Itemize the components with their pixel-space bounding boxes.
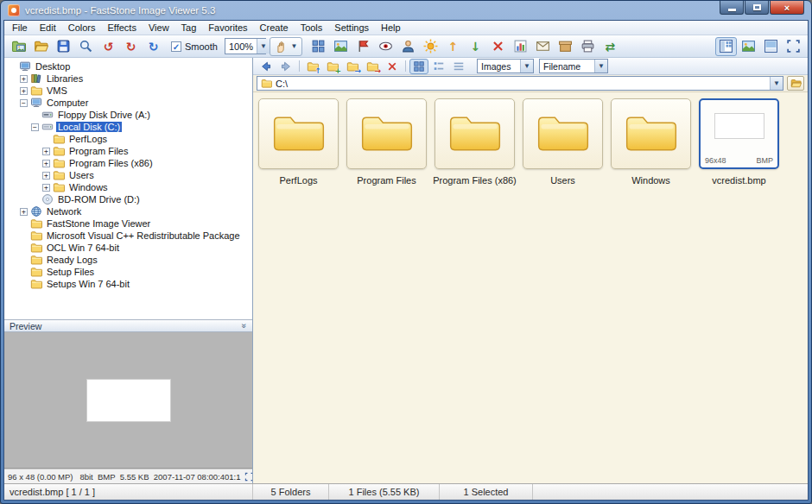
tree-item-vms[interactable]: +VMS bbox=[5, 85, 252, 97]
effects-button[interactable] bbox=[420, 37, 441, 56]
layout-pane-button[interactable] bbox=[760, 37, 782, 56]
print-button[interactable] bbox=[577, 37, 599, 56]
expand-expander-icon[interactable]: + bbox=[42, 184, 50, 192]
histogram-button[interactable] bbox=[510, 37, 531, 56]
save-as-button[interactable] bbox=[53, 37, 74, 56]
contacts-button[interactable] bbox=[397, 37, 419, 56]
tree-item-floppy-disk-drive-a[interactable]: +Floppy Disk Drive (A:) bbox=[5, 109, 252, 121]
browse-button[interactable] bbox=[8, 37, 29, 56]
copy-to-folder-button[interactable]: → bbox=[343, 59, 362, 74]
view-thumbnails-button[interactable] bbox=[409, 59, 428, 74]
menu-colors[interactable]: Colors bbox=[62, 21, 102, 35]
expand-expander-icon[interactable]: + bbox=[42, 160, 50, 167]
red-eye-button[interactable] bbox=[375, 37, 396, 56]
path-combobox[interactable]: C:\ ▼ bbox=[257, 76, 783, 91]
menu-create[interactable]: Create bbox=[254, 21, 295, 35]
tree-item-faststone-image-viewer[interactable]: +FastStone Image Viewer bbox=[5, 217, 252, 230]
expand-expander-icon[interactable]: + bbox=[20, 87, 28, 95]
thumbnail-program-files[interactable]: Program Files bbox=[345, 98, 428, 186]
tree-item-program-files-x86[interactable]: +Program Files (x86) bbox=[5, 157, 252, 169]
sort-select[interactable]: Filename ▼ bbox=[539, 59, 608, 73]
maximize-button[interactable] bbox=[745, 1, 769, 15]
zoom-button[interactable] bbox=[75, 37, 97, 56]
menu-help[interactable]: Help bbox=[375, 21, 407, 35]
menu-settings[interactable]: Settings bbox=[328, 21, 375, 35]
menu-file[interactable]: File bbox=[6, 21, 34, 35]
tree-item-local-disk-c[interactable]: −Local Disk (C:) bbox=[5, 121, 252, 133]
upload-button[interactable]: ↑ bbox=[442, 37, 464, 56]
tree-item-libraries[interactable]: +Libraries bbox=[5, 72, 252, 85]
preview-pane[interactable] bbox=[4, 332, 252, 469]
thumbnail-card[interactable] bbox=[435, 98, 515, 169]
maximize-icon bbox=[753, 4, 761, 10]
refresh-button[interactable]: ↻ bbox=[143, 37, 164, 56]
close-button[interactable]: × bbox=[770, 1, 804, 15]
browse-folders-button[interactable] bbox=[787, 76, 804, 91]
tree-item-users[interactable]: +Users bbox=[5, 169, 252, 181]
smooth-checkbox[interactable]: ✓ Smooth bbox=[171, 41, 218, 52]
move-to-folder-button[interactable]: → bbox=[363, 59, 382, 74]
collapse-expander-icon[interactable]: − bbox=[31, 123, 39, 131]
expand-expander-icon[interactable]: + bbox=[42, 172, 50, 180]
collapse-preview-button[interactable]: » bbox=[240, 324, 250, 329]
thumbnail-card[interactable]: 96x48BMP bbox=[699, 98, 779, 169]
thumbnail-windows[interactable]: Windows bbox=[609, 98, 693, 186]
view-details-button[interactable] bbox=[449, 59, 468, 74]
menu-favorites[interactable]: Favorites bbox=[202, 21, 253, 35]
email-button[interactable] bbox=[532, 37, 554, 56]
expand-expander-icon[interactable]: + bbox=[42, 148, 50, 155]
open-file-button[interactable] bbox=[30, 37, 52, 56]
thumbnail-perflogs[interactable]: PerfLogs bbox=[257, 98, 340, 186]
tree-item-setups-win-7-64-bit[interactable]: +Setups Win 7 64-bit bbox=[5, 278, 252, 290]
thumbnail-card[interactable] bbox=[611, 98, 691, 169]
hand-tool-button[interactable]: ▼ bbox=[270, 37, 302, 56]
thumbnail-card[interactable] bbox=[523, 98, 603, 169]
menu-tools[interactable]: Tools bbox=[295, 21, 329, 35]
layout-viewer-button[interactable] bbox=[738, 37, 759, 56]
collapse-expander-icon[interactable]: − bbox=[20, 99, 28, 107]
contact-sheet-button[interactable] bbox=[308, 37, 329, 56]
new-folder-button[interactable]: + bbox=[323, 59, 342, 74]
archive-button[interactable] bbox=[555, 37, 576, 56]
tree-item-windows[interactable]: +Windows bbox=[5, 181, 252, 193]
forward-button[interactable] bbox=[276, 59, 295, 74]
tree-item-ocl-win-7-64-bit[interactable]: +OCL Win 7 64-bit bbox=[5, 242, 252, 254]
thumbnail-card[interactable] bbox=[258, 98, 339, 169]
expand-expander-icon[interactable]: + bbox=[20, 208, 28, 216]
thumbnail-program-files-x86[interactable]: Program Files (x86) bbox=[433, 98, 517, 186]
tree-item-network[interactable]: +Network bbox=[5, 205, 252, 217]
view-list-button[interactable] bbox=[429, 59, 448, 74]
back-button[interactable] bbox=[257, 59, 276, 74]
tree-item-computer[interactable]: −Computer bbox=[5, 97, 252, 109]
delete-button[interactable] bbox=[383, 59, 402, 74]
thumbnail-users[interactable]: Users bbox=[521, 98, 605, 186]
expand-expander-icon[interactable]: + bbox=[20, 75, 28, 83]
menu-tag[interactable]: Tag bbox=[175, 21, 203, 35]
tree-item-setup-files[interactable]: +Setup Files bbox=[5, 266, 252, 278]
filter-select[interactable]: Images ▼ bbox=[477, 59, 534, 73]
tree-item-program-files[interactable]: +Program Files bbox=[5, 145, 252, 157]
thumbnail-card[interactable] bbox=[346, 98, 427, 169]
fullscreen-button[interactable] bbox=[783, 37, 804, 56]
tree-item-desktop[interactable]: +Desktop bbox=[5, 60, 252, 72]
minimize-button[interactable] bbox=[720, 1, 744, 15]
fit-window-icon[interactable] bbox=[244, 472, 252, 482]
tree-item-microsoft-visual-c-redistributable-package[interactable]: +Microsoft Visual C++ Redistributable Pa… bbox=[5, 230, 252, 242]
tree-item-ready-logs[interactable]: +Ready Logs bbox=[5, 254, 252, 266]
tree-item-bd-rom-drive-d[interactable]: +BD-ROM Drive (D:) bbox=[5, 193, 252, 205]
zoom-select[interactable]: 100% ▼ bbox=[225, 38, 266, 54]
thumbnail-vcredist-bmp[interactable]: 96x48BMPvcredist.bmp bbox=[697, 98, 781, 186]
rotate-right-button[interactable]: ↻ bbox=[120, 37, 142, 56]
slideshow-button[interactable] bbox=[330, 37, 352, 56]
menu-effects[interactable]: Effects bbox=[102, 21, 143, 35]
tree-item-perflogs[interactable]: +PerfLogs bbox=[5, 133, 252, 145]
convert-button[interactable]: ⇄ bbox=[599, 37, 621, 56]
delete-button[interactable] bbox=[487, 37, 509, 56]
tag-button[interactable] bbox=[352, 37, 374, 56]
rotate-left-button[interactable]: ↺ bbox=[98, 37, 119, 56]
menu-view[interactable]: View bbox=[143, 21, 175, 35]
layout-browser-button[interactable] bbox=[715, 37, 737, 56]
up-one-level-button[interactable]: ↑ bbox=[303, 59, 322, 74]
download-button[interactable]: ↓ bbox=[465, 37, 486, 56]
menu-edit[interactable]: Edit bbox=[34, 21, 62, 35]
